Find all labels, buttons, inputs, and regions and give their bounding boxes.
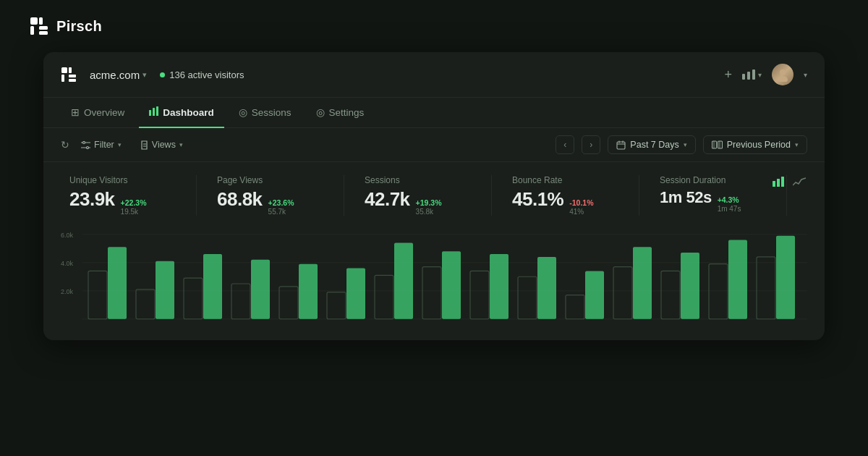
stat-pv-value: 68.8k xyxy=(217,188,263,211)
stat-unique-visitors: Unique Visitors 23.9k +22.3% 19.5k xyxy=(61,175,197,216)
svg-rect-64 xyxy=(566,295,584,319)
svg-rect-55 xyxy=(346,269,365,319)
svg-rect-26 xyxy=(617,142,625,149)
filter-button[interactable]: Filter ▾ xyxy=(74,136,129,153)
stat-session-duration: Session Duration 1m 52s +4.3% 1m 47s xyxy=(660,175,787,216)
svg-rect-72 xyxy=(757,257,775,319)
stat-uv-changes: +22.3% 19.5k xyxy=(121,198,147,216)
dashboard-icon xyxy=(149,106,158,118)
svg-text:6.0k: 6.0k xyxy=(61,232,74,239)
svg-rect-12 xyxy=(752,69,755,80)
stat-sd-change: +4.3% xyxy=(718,195,741,204)
comparison-period-button[interactable]: Previous Period ▾ xyxy=(703,135,807,154)
svg-rect-1 xyxy=(39,17,43,25)
svg-rect-66 xyxy=(613,267,632,319)
card-header: acme.com ▾ 136 active visitors + ▾ xyxy=(43,52,825,98)
stat-uv-label: Unique Visitors xyxy=(69,175,176,185)
line-chart-button[interactable] xyxy=(791,175,807,191)
nav-item-settings[interactable]: ◎ Settings xyxy=(306,98,375,128)
svg-rect-8 xyxy=(69,75,76,77)
site-logo-icon xyxy=(61,67,77,83)
stat-uv-value-row: 23.9k +22.3% 19.5k xyxy=(69,188,176,216)
nav-item-overview[interactable]: ⊞ Overview xyxy=(61,98,135,128)
stat-br-changes: -10.1% 41% xyxy=(569,198,593,216)
svg-point-13 xyxy=(780,69,786,75)
svg-rect-31 xyxy=(718,141,722,148)
svg-rect-47 xyxy=(156,261,174,319)
stat-pv-prev: 55.7k xyxy=(268,208,294,216)
prev-period-button[interactable]: ‹ xyxy=(556,135,574,154)
svg-rect-17 xyxy=(156,106,158,116)
svg-rect-36 xyxy=(781,177,784,187)
avatar-face xyxy=(772,64,793,85)
next-period-button[interactable]: › xyxy=(582,135,600,154)
svg-rect-50 xyxy=(231,284,250,319)
svg-rect-54 xyxy=(327,292,346,319)
add-button[interactable]: + xyxy=(724,67,732,83)
svg-rect-35 xyxy=(777,179,780,187)
svg-point-18 xyxy=(83,141,85,143)
svg-rect-59 xyxy=(442,251,461,319)
filter-label: Filter xyxy=(94,140,114,150)
nav-settings-label: Settings xyxy=(329,107,365,118)
svg-rect-67 xyxy=(633,247,652,318)
svg-text:4.0k: 4.0k xyxy=(61,260,74,267)
chart-area: 6.0k 4.0k 2.0k xyxy=(43,224,825,340)
navigation: ⊞ Overview Dashboard ◎ Sessions ◎ Settin… xyxy=(43,98,825,128)
site-name[interactable]: acme.com ▾ xyxy=(90,69,147,81)
user-avatar[interactable] xyxy=(772,64,793,85)
svg-rect-73 xyxy=(776,236,795,319)
stat-pv-changes: +23.6% 55.7k xyxy=(268,198,294,216)
views-chevron-icon: ▾ xyxy=(179,141,183,148)
nav-item-dashboard[interactable]: Dashboard xyxy=(139,98,224,128)
nav-dashboard-label: Dashboard xyxy=(163,107,214,118)
stat-br-prev: 41% xyxy=(569,208,593,216)
active-visitors-text: 136 active visitors xyxy=(169,69,244,80)
stat-sess-value-row: 42.7k +19.3% 35.8k xyxy=(365,188,471,216)
svg-rect-63 xyxy=(537,257,556,319)
period-label: Previous Period xyxy=(727,140,791,150)
date-range-button[interactable]: Past 7 Days ▾ xyxy=(608,135,695,154)
svg-rect-9 xyxy=(69,79,76,82)
stat-sess-label: Sessions xyxy=(365,175,471,185)
stat-uv-prev: 19.5k xyxy=(121,208,147,216)
svg-rect-15 xyxy=(149,110,151,116)
stat-sess-value: 42.7k xyxy=(365,188,410,211)
stat-pv-value-row: 68.8k +23.6% 55.7k xyxy=(217,188,323,216)
stats-row: Unique Visitors 23.9k +22.3% 19.5k Page … xyxy=(43,162,825,224)
stat-sd-prev: 1m 47s xyxy=(718,205,741,213)
svg-rect-45 xyxy=(108,247,127,318)
date-range-label: Past 7 Days xyxy=(630,140,678,150)
svg-text:2.0k: 2.0k xyxy=(61,288,74,295)
stat-sd-value-row: 1m 52s +4.3% 1m 47s xyxy=(660,188,766,213)
app-name: Pirsch xyxy=(56,18,102,35)
stat-sessions: Sessions 42.7k +19.3% 35.8k xyxy=(365,175,492,216)
period-chevron-icon: ▾ xyxy=(795,141,799,148)
active-visitors: 136 active visitors xyxy=(160,69,244,80)
stat-pv-change: +23.6% xyxy=(268,198,294,207)
date-range-chevron-icon: ▾ xyxy=(684,141,687,148)
stat-sess-change: +19.3% xyxy=(416,198,442,207)
refresh-button[interactable]: ↻ xyxy=(61,139,69,151)
svg-rect-57 xyxy=(394,242,413,318)
svg-rect-69 xyxy=(681,253,699,319)
svg-rect-68 xyxy=(661,271,680,318)
stat-pv-label: Page Views xyxy=(217,175,323,185)
svg-rect-2 xyxy=(30,26,34,35)
chart-view-button[interactable]: ▾ xyxy=(742,69,762,80)
views-button[interactable]: Views ▾ xyxy=(133,136,190,153)
stat-uv-value: 23.9k xyxy=(69,188,115,211)
svg-rect-46 xyxy=(136,290,155,319)
app-logo: Pirsch xyxy=(29,16,102,36)
svg-rect-65 xyxy=(585,271,604,318)
stat-bounce-rate: Bounce Rate 45.1% -10.1% 41% xyxy=(512,175,639,216)
settings-icon: ◎ xyxy=(316,106,325,118)
stat-sess-prev: 35.8k xyxy=(416,208,442,216)
nav-item-sessions[interactable]: ◎ Sessions xyxy=(229,98,302,128)
bar-chart-button[interactable] xyxy=(771,175,786,191)
svg-rect-70 xyxy=(709,264,728,319)
stat-br-value-row: 45.1% -10.1% 41% xyxy=(512,188,618,216)
chart-chevron-icon: ▾ xyxy=(758,71,762,79)
svg-point-14 xyxy=(778,76,788,82)
top-bar: Pirsch xyxy=(0,0,868,52)
